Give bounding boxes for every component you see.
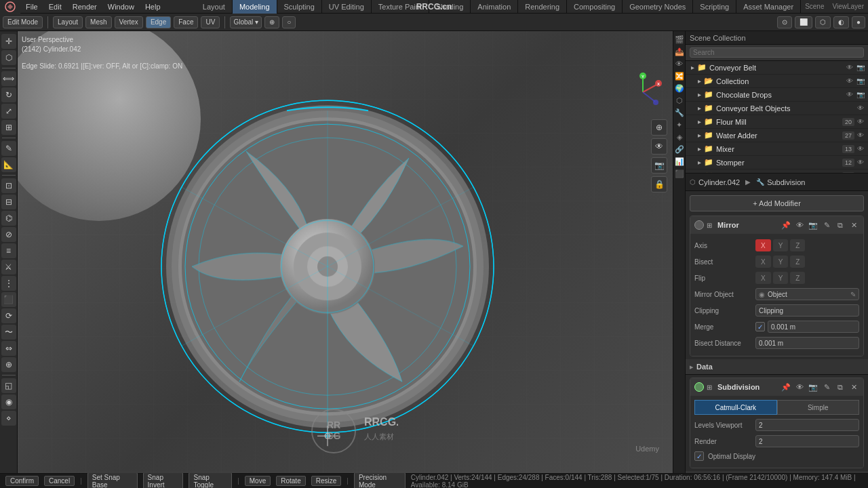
tab-layout[interactable]: Layout [196, 0, 233, 14]
outliner-search-input[interactable] [690, 47, 864, 58]
confirm-button[interactable]: Confirm [5, 476, 39, 486]
modifier-visibility-btn[interactable]: 👁 [794, 220, 805, 230]
3d-viewport[interactable]: User Perspective (2142) Cylinder.042 Edg… [18, 31, 673, 473]
extrude-tool[interactable]: ⊡ [1, 178, 16, 193]
set-snap-base-button[interactable]: Set Snap Base [87, 472, 138, 489]
edge-btn[interactable]: Edge [146, 16, 171, 28]
visibility-icon[interactable]: 👁 [845, 90, 854, 100]
bisect-tool[interactable]: ⋮ [1, 276, 16, 291]
subd-delete-btn[interactable]: ✕ [848, 382, 859, 392]
merge-checkbox[interactable]: ✓ [755, 322, 765, 331]
subd-pin-btn[interactable]: 📌 [781, 382, 791, 392]
outliner-item-collection[interactable]: ▸ 📂 Collection 👁 📷 [686, 75, 868, 88]
data-section-header[interactable]: ▸ Data [686, 359, 868, 374]
scale-tool[interactable]: ⤢ [1, 104, 16, 119]
simple-tab[interactable]: Simple [777, 400, 860, 415]
bevel-tool[interactable]: ⌬ [1, 211, 16, 226]
bisect-z-btn[interactable]: Z [790, 256, 805, 268]
outliner-item-flour-mill[interactable]: ▸ 📁 Flour Mill 20 👁 [686, 115, 868, 129]
ri-scene-icon[interactable]: 🔀 [674, 70, 685, 81]
transform-tool[interactable]: ⊞ [1, 120, 16, 135]
snap-toggle-button[interactable]: Snap Toggle [189, 472, 232, 489]
bisect-dist-value[interactable]: 0.001 m [755, 337, 859, 349]
pick-icon[interactable]: ✎ [850, 291, 856, 298]
poly-build-tool[interactable]: ⬛ [1, 292, 16, 307]
ri-physics-icon[interactable]: ◈ [674, 131, 685, 142]
snap-invert-button[interactable]: Snap Invert [143, 472, 184, 489]
shading-material[interactable]: ◐ [833, 16, 849, 28]
render-value[interactable]: 2 [755, 435, 859, 447]
rip-tool[interactable]: ⋄ [1, 411, 16, 426]
uv-btn[interactable]: UV [201, 16, 220, 28]
smooth-tool[interactable]: 〜 [1, 325, 16, 340]
resize-button[interactable]: Resize [311, 476, 342, 486]
mode-switch[interactable]: Edit Mode [3, 16, 43, 28]
render-visibility-icon[interactable]: 📷 [856, 63, 865, 73]
ri-material-icon[interactable]: ⬛ [674, 168, 685, 179]
shading-solid[interactable]: ⬡ [815, 16, 831, 28]
visibility-icon[interactable]: 👁 [845, 77, 854, 86]
menu-render[interactable]: Render [67, 0, 102, 14]
visibility-icon[interactable]: 👁 [856, 144, 865, 154]
tab-compositing[interactable]: Compositing [567, 0, 623, 14]
precision-mode-button[interactable]: Precision Mode [354, 472, 406, 489]
face-btn[interactable]: Face [174, 16, 198, 28]
loop-cut-tool[interactable]: ⊘ [1, 227, 16, 242]
camera-btn[interactable]: 📷 [651, 157, 667, 174]
ri-render-icon[interactable]: 🎬 [674, 34, 685, 45]
shear-tool[interactable]: ◱ [1, 378, 16, 393]
edge-slide-tool[interactable]: ⇔ [1, 341, 16, 356]
flip-x-btn[interactable]: X [755, 272, 771, 284]
ri-modifier-icon[interactable]: 🔧 [674, 107, 685, 118]
catmull-clark-tab[interactable]: Catmull-Clark [694, 400, 777, 415]
shading-wireframe[interactable]: ⬜ [795, 16, 812, 28]
render-icon[interactable]: 📷 [856, 90, 865, 100]
cursor-tool[interactable]: ✛ [1, 34, 16, 49]
outliner-item-conveyor-belt[interactable]: ▸ 📁 Conveyor Belt 👁 📷 [686, 61, 868, 75]
flip-z-btn[interactable]: Z [790, 272, 805, 284]
mirror-enable-toggle[interactable] [694, 220, 704, 230]
tab-scripting[interactable]: Scripting [693, 0, 736, 14]
move-button[interactable]: Move [245, 476, 271, 486]
ri-output-icon[interactable]: 📤 [674, 46, 685, 57]
ri-object-icon[interactable]: ⬡ [674, 95, 685, 106]
add-modifier-button[interactable]: + Add Modifier [690, 195, 864, 211]
modifier-edit-btn[interactable]: ✎ [821, 220, 832, 230]
ri-particles-icon[interactable]: ✦ [674, 119, 685, 130]
tab-sculpting[interactable]: Sculpting [277, 0, 322, 14]
shading-render[interactable]: ● [852, 16, 865, 28]
outliner-item-mixer[interactable]: ▸ 📁 Mixer 13 👁 [686, 142, 868, 156]
subd-edit-btn[interactable]: ✎ [821, 382, 832, 392]
menu-file[interactable]: File [20, 0, 43, 14]
ri-world-icon[interactable]: 🌍 [674, 83, 685, 94]
vertex-btn[interactable]: Vertex [115, 16, 143, 28]
annotate-tool[interactable]: ✎ [1, 141, 16, 156]
measure-tool[interactable]: 📐 [1, 157, 16, 172]
menu-help[interactable]: Help [140, 0, 166, 14]
optimal-display-checkbox[interactable]: ✓ [694, 451, 704, 461]
select-tool[interactable]: ⬡ [1, 50, 16, 65]
rotate-button[interactable]: Rotate [276, 476, 305, 486]
visibility-icon[interactable]: 👁 [856, 158, 865, 167]
outliner-item-chocolate[interactable]: ▸ 📁 Chocolate Drops 👁 📷 [686, 88, 868, 102]
modifier-render-btn[interactable]: 📷 [808, 220, 818, 230]
rotate-tool[interactable]: ↻ [1, 87, 16, 102]
subd-enable-toggle[interactable] [694, 382, 704, 392]
menu-window[interactable]: Window [102, 0, 140, 14]
modifier-pin-btn[interactable]: 📌 [781, 220, 791, 230]
mirror-object-value[interactable]: ◉ Object ✎ [755, 288, 859, 300]
subd-visibility-btn[interactable]: 👁 [794, 382, 805, 392]
visibility-icon[interactable]: 👁 [856, 117, 865, 127]
render-icon[interactable]: 📷 [856, 77, 865, 86]
lock-btn[interactable]: 🔒 [651, 176, 667, 192]
ri-view-icon[interactable]: 👁 [674, 58, 685, 69]
zoom-btn[interactable]: ⊕ [651, 119, 667, 136]
offset-edge-tool[interactable]: ≡ [1, 243, 16, 258]
knife-tool[interactable]: ⚔ [1, 260, 16, 274]
outliner-item-water-adder[interactable]: ▸ 📁 Water Adder 27 👁 [686, 129, 868, 142]
view-btn[interactable]: 👁 [651, 138, 667, 155]
mesh-btn[interactable]: Mesh [85, 16, 111, 28]
tab-rendering[interactable]: Rendering [518, 0, 567, 14]
to-sphere-tool[interactable]: ◉ [1, 394, 16, 409]
visibility-icon[interactable]: 👁 [845, 63, 854, 73]
